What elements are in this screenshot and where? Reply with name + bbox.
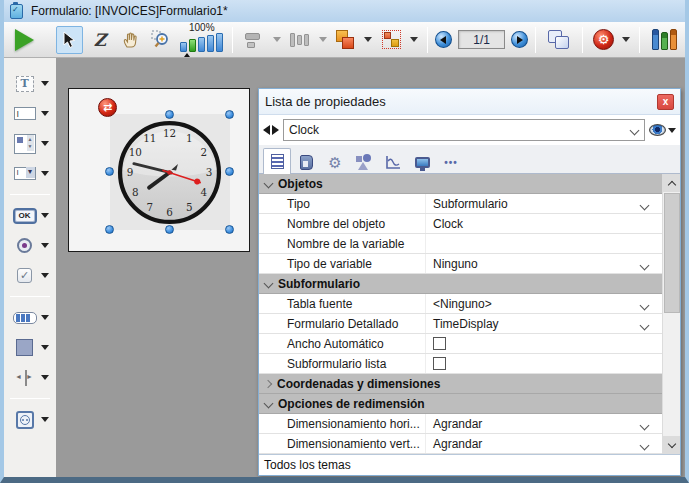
tab-chart[interactable] [379,150,407,173]
previous-object-icon[interactable] [263,125,270,135]
tab-order-icon: Z [94,30,106,50]
properties-scrollbar[interactable] [662,174,680,454]
object-selector-combo[interactable]: Clock [283,119,645,141]
form-design-canvas[interactable]: ⇄ 121234567891011 [68,88,250,252]
shapes-icon [356,154,372,170]
cascade-windows-button[interactable] [543,26,575,54]
formulario-detallado-dropdown[interactable]: TimeDisplay [426,317,662,331]
next-object-icon[interactable] [272,125,279,135]
tipo-variable-dropdown[interactable]: Ninguno [426,257,662,271]
zoom-level-indicator[interactable]: 100% [180,23,223,57]
section-subformulario[interactable]: Subformulario [259,274,662,294]
progress-tool-dropdown[interactable] [41,315,49,320]
subform-tool-dropdown[interactable] [41,417,49,422]
tab-property-list[interactable] [263,148,291,174]
section-opciones-redimension[interactable]: Opciones de redimensión [259,394,662,414]
ancho-automatico-checkbox[interactable] [433,337,446,350]
form-document-icon [10,4,23,19]
sidebar-tool-progress[interactable] [12,306,49,329]
group-selection-dropdown[interactable] [410,37,418,42]
curve-icon [385,155,402,170]
distribute-dropdown[interactable] [319,37,327,42]
scroll-up-button[interactable] [663,174,680,192]
frame-tool-dropdown[interactable] [41,345,49,350]
dimensionamiento-hori-dropdown[interactable]: Agrandar [426,417,662,431]
page-indicator: 1/1 [458,30,505,49]
radio-tool-dropdown[interactable] [41,243,49,248]
zoom-tool-button[interactable] [148,26,176,54]
svg-text:12: 12 [163,127,176,139]
settings-dropdown[interactable] [622,37,630,42]
sidebar-tool-subform[interactable] [12,408,49,431]
scroll-down-button[interactable] [663,436,680,454]
more-tabs-icon: ••• [444,157,458,168]
sidebar-tool-frame[interactable] [12,336,49,359]
visibility-filter-button[interactable] [649,124,676,136]
properties-status-bar: Todos los temas [259,454,680,475]
sidebar-tool-button[interactable]: OK [12,204,49,227]
group-selection-button[interactable] [377,26,405,54]
sidebar-tool-combo-box[interactable]: I [12,162,49,185]
tab-more[interactable]: ••• [437,150,465,173]
text-edit-tool-dropdown[interactable] [41,111,49,116]
clock-subform-object[interactable]: ⇄ 121234567891011 [110,114,230,230]
nombre-objeto-field[interactable]: Clock [426,217,662,231]
resize-handle-bottom-right[interactable] [225,225,234,234]
svg-text:1: 1 [186,132,193,144]
section-coordenadas[interactable]: Coordenadas y dimensiones [259,374,662,394]
bring-to-front-button[interactable] [332,26,360,54]
tab-objects[interactable] [350,150,378,173]
sidebar-tool-list-view[interactable] [12,132,49,155]
checkbox-tool-dropdown[interactable] [41,273,49,278]
label-tool-dropdown[interactable] [41,81,49,86]
section-objetos[interactable]: Objetos [259,174,662,194]
tipo-dropdown[interactable]: Subformulario [426,197,662,211]
resize-handle-bottom-left[interactable] [105,225,114,234]
align-objects-button[interactable] [240,26,268,54]
resize-handle-top-right[interactable] [225,110,234,119]
distribute-objects-button[interactable] [286,26,314,54]
tab-advanced[interactable]: ⚙ [321,150,349,173]
rotate-badge-icon[interactable]: ⇄ [98,98,117,117]
bring-to-front-dropdown[interactable] [364,37,372,42]
library-button[interactable] [647,26,681,54]
align-dropdown[interactable] [273,37,281,42]
close-button[interactable]: x [657,94,674,110]
settings-button[interactable]: ⚙ [590,26,618,54]
property-grid: Objetos TipoSubformulario Nombre del obj… [259,174,680,454]
sidebar-tool-text-edit[interactable]: I [12,102,49,125]
gear-icon: ⚙ [593,29,614,50]
scrollbar-thumb[interactable] [664,193,680,313]
resize-handle-top[interactable] [165,110,174,119]
resize-handle-left[interactable] [105,167,114,176]
tab-general[interactable] [292,150,320,173]
list-view-tool-dropdown[interactable] [41,141,49,146]
select-tool-button[interactable] [56,26,84,54]
tab-order-tool-button[interactable]: Z [86,26,114,54]
sidebar-tool-radio[interactable] [12,234,49,257]
section-expand-icon [264,379,272,387]
button-tool-dropdown[interactable] [41,213,49,218]
properties-panel-titlebar[interactable]: Lista de propiedades x [259,89,680,115]
sidebar-tool-label[interactable]: T [12,72,49,95]
resize-handle-right[interactable] [225,167,234,176]
tabla-fuente-dropdown[interactable]: <Ninguno> [426,297,662,311]
chevron-down-icon [640,440,650,450]
combo-box-tool-dropdown[interactable] [41,171,49,176]
pan-tool-button[interactable] [117,26,145,54]
list-view-tool-icon [14,134,36,154]
run-form-button[interactable] [8,26,42,54]
hand-icon [122,31,140,49]
previous-page-button[interactable] [435,31,452,48]
subformulario-lista-checkbox[interactable] [433,357,446,370]
chevron-down-icon [640,260,650,270]
splitter-tool-dropdown[interactable] [41,375,49,380]
sidebar-tool-checkbox[interactable]: ✓ [12,264,49,287]
tab-display[interactable] [408,150,436,173]
resize-handle-bottom[interactable] [165,225,174,234]
svg-text:2: 2 [200,146,207,158]
dimensionamiento-vert-dropdown[interactable]: Agrandar [426,437,662,451]
chevron-down-icon [640,320,650,330]
next-page-button[interactable] [511,31,528,48]
sidebar-tool-splitter[interactable] [12,366,49,389]
